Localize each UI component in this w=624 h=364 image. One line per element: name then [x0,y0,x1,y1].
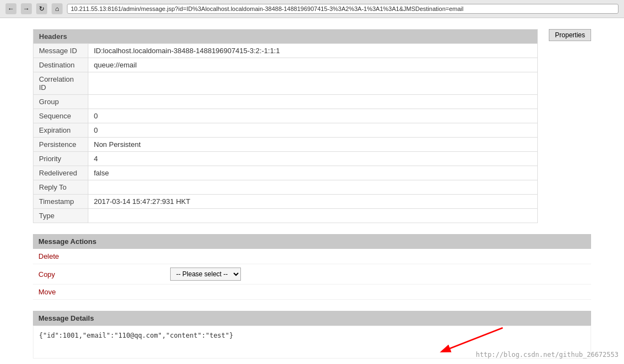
header-label: Correlation ID [33,72,88,95]
headers-table: Headers Message IDID:localhost.localdoma… [33,29,538,223]
header-value: false [88,166,538,180]
properties-container: Properties [549,29,591,41]
header-value: 2017-03-14 15:47:27:931 HKT [88,195,538,209]
delete-link[interactable]: Delete [38,252,170,260]
details-title: Message Details [33,311,591,326]
watermark: http://blog.csdn.net/github_26672553 [476,351,619,359]
header-value [88,180,538,195]
header-label: Message ID [33,44,88,58]
action-row-delete: Delete [33,249,591,264]
header-value [88,72,538,95]
table-row: PersistenceNon Persistent [33,138,538,152]
header-value: 0 [88,109,538,123]
copy-link[interactable]: Copy [38,270,170,278]
header-label: Type [33,209,88,223]
address-bar[interactable]: 10.211.55.13:8161/admin/message.jsp?id=I… [67,4,619,14]
actions-section: Message Actions DeleteCopy-- Please sele… [33,234,591,300]
header-value: 0 [88,123,538,138]
header-value: 4 [88,152,538,166]
table-row: Group [33,95,538,109]
table-row: Destinationqueue://email [33,58,538,72]
header-label: Reply To [33,180,88,195]
header-label: Group [33,95,88,109]
headers-section: Headers Message IDID:localhost.localdoma… [33,29,591,223]
action-row-move: Move [33,285,591,300]
header-label: Destination [33,58,88,72]
table-row: Correlation ID [33,72,538,95]
header-label: Timestamp [33,195,88,209]
back-button[interactable]: ← [5,3,16,14]
header-value: queue://email [88,58,538,72]
header-value: Non Persistent [88,138,538,152]
table-row: Priority4 [33,152,538,166]
header-label: Persistence [33,138,88,152]
properties-button[interactable]: Properties [549,29,591,41]
table-row: Timestamp2017-03-14 15:47:27:931 HKT [33,195,538,209]
actions-title: Message Actions [33,234,591,249]
copy-destination-select[interactable]: -- Please select -- [170,268,241,281]
header-label: Redelivered [33,166,88,180]
action-row-copy: Copy-- Please select -- [33,264,591,285]
table-row: Reply To [33,180,538,195]
browser-bar: ← → ↻ ⌂ 10.211.55.13:8161/admin/message.… [0,0,624,18]
table-row: Type [33,209,538,223]
headers-title: Headers [39,32,67,41]
move-link[interactable]: Move [38,288,170,296]
svg-line-1 [442,328,503,351]
forward-button[interactable]: → [21,3,32,14]
message-body: {"id":1001,"email":"110@qq.com","content… [39,332,233,339]
table-row: Expiration0 [33,123,538,138]
header-label: Expiration [33,123,88,138]
table-row: Redeliveredfalse [33,166,538,180]
home-button[interactable]: ⌂ [52,3,63,14]
header-value [88,95,538,109]
refresh-button[interactable]: ↻ [36,3,47,14]
table-row: Message IDID:localhost.localdomain-38488… [33,44,538,58]
header-value [88,209,538,223]
header-label: Sequence [33,109,88,123]
header-value: ID:localhost.localdomain-38488-148819690… [88,44,538,58]
table-row: Sequence0 [33,109,538,123]
header-label: Priority [33,152,88,166]
